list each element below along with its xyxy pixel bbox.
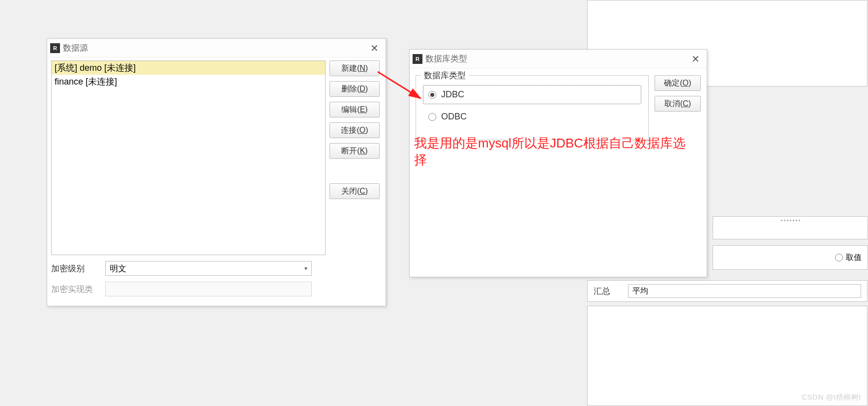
dialog-title: 数据源 (63, 42, 367, 54)
radio-label: ODBC (441, 112, 467, 122)
dialog-title: 数据库类型 (425, 53, 688, 64)
bg-panel-bottom (587, 306, 868, 406)
combo-value: 明文 (110, 263, 126, 274)
encrypt-level-combo[interactable]: 明文 ▾ (105, 261, 312, 276)
radio-icon (835, 254, 843, 261)
summary-label: 汇总 (594, 286, 618, 297)
new-button[interactable]: 新建(N) (329, 60, 380, 76)
radio-label: JDBC (441, 89, 464, 100)
radio-jdbc[interactable]: JDBC (423, 86, 641, 104)
encrypt-level-label: 加密级别 (51, 263, 105, 274)
getval-label: 取值 (846, 253, 862, 263)
delete-button[interactable]: 删除(D) (329, 81, 380, 97)
radio-icon (428, 91, 436, 99)
annotation-text: 我是用的是mysql所以是JDBC根据自己数据库选择 (414, 135, 694, 169)
list-item[interactable]: [系统] demo [未连接] (52, 61, 325, 75)
connect-button[interactable]: 连接(O) (329, 122, 380, 138)
encrypt-impl-label: 加密实现类 (51, 284, 105, 295)
radio-odbc[interactable]: ODBC (423, 108, 641, 126)
cancel-button[interactable]: 取消(C) (655, 96, 701, 112)
datasource-list[interactable]: [系统] demo [未连接] finance [未连接] (51, 60, 326, 255)
app-icon (413, 54, 422, 64)
close-button[interactable]: 关闭(C) (329, 183, 380, 199)
chevron-down-icon: ▾ (304, 265, 307, 272)
summary-combo[interactable]: 平均 (628, 284, 861, 298)
getval-radio[interactable]: 取值 (835, 253, 862, 263)
close-icon[interactable]: ✕ (688, 54, 703, 64)
radio-icon (428, 113, 436, 121)
fieldset-legend: 数据库类型 (421, 70, 469, 81)
datasource-dialog: 数据源 ✕ [系统] demo [未连接] finance [未连接] 新建(N… (47, 38, 386, 306)
encrypt-impl-input (105, 282, 312, 296)
grip-dots (714, 220, 867, 224)
dbtype-fieldset: 数据库类型 JDBC ODBC (416, 75, 649, 140)
bg-panel-summary: 汇总 平均 (587, 280, 868, 302)
ok-button[interactable]: 确定(O) (655, 75, 701, 91)
titlebar: 数据源 ✕ (47, 39, 386, 58)
edit-button[interactable]: 编辑(E) (329, 102, 380, 117)
summary-combo-value: 平均 (632, 286, 648, 296)
bg-panel-getval: 取值 (713, 245, 868, 270)
app-icon (50, 43, 60, 53)
watermark: CSDN @t梧桐树t (802, 393, 861, 402)
list-item[interactable]: finance [未连接] (52, 75, 325, 88)
close-icon[interactable]: ✕ (367, 43, 382, 53)
titlebar: 数据库类型 ✕ (410, 50, 707, 68)
disconnect-button[interactable]: 断开(K) (329, 143, 380, 159)
